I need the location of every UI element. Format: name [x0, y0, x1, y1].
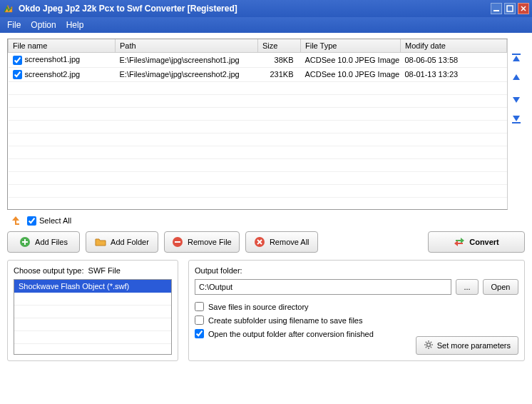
open-after-label: Open the output folder after conversion …	[208, 330, 374, 338]
folder-icon	[95, 236, 106, 248]
file-date: 08-01-13 13:23	[401, 67, 507, 82]
move-down-icon[interactable]	[511, 93, 522, 104]
save-in-source-label: Save files in source directory	[208, 303, 309, 311]
col-header-path[interactable]: Path	[116, 39, 258, 53]
save-in-source-checkbox[interactable]	[195, 302, 204, 311]
svg-point-7	[426, 343, 430, 347]
gear-icon	[424, 340, 434, 351]
reorder-arrows	[508, 39, 525, 210]
file-date: 08-06-05 13:58	[401, 53, 507, 68]
convert-icon	[454, 236, 465, 248]
window-title: Okdo Jpeg Jp2 J2k Pcx to Swf Converter […	[19, 4, 237, 14]
file-path: E:\Files\image\jpg\screenshot1.jpg	[116, 53, 258, 68]
output-type-panel: Choose output type: SWF File Shockwave F…	[7, 260, 178, 361]
file-name: screenshot1.jpg	[25, 55, 81, 64]
output-folder-panel: Output folder: ... Open Save files in so…	[188, 260, 525, 361]
move-bottom-icon[interactable]	[511, 113, 522, 124]
col-header-type[interactable]: File Type	[301, 39, 401, 53]
svg-line-12	[425, 342, 426, 343]
file-row[interactable]: screenshot2.jpg E:\Files\image\jpg\scree…	[9, 67, 507, 82]
output-folder-label: Output folder:	[195, 266, 518, 275]
move-top-icon[interactable]	[511, 53, 522, 64]
menubar: File Option Help	[0, 17, 532, 33]
menu-option[interactable]: Option	[31, 20, 56, 30]
app-logo-icon	[3, 3, 14, 14]
create-subfolder-label: Create subfolder using filename to save …	[208, 316, 362, 325]
browse-button[interactable]: ...	[456, 279, 479, 295]
file-type: ACDSee 10.0 JPEG Image	[301, 67, 401, 82]
output-type-label: Choose output type: SWF File	[14, 266, 172, 275]
col-header-date[interactable]: Modify date	[401, 39, 507, 53]
select-all-label[interactable]: Select All	[27, 216, 71, 226]
add-files-button[interactable]: Add Files	[7, 231, 80, 253]
remove-all-icon	[254, 236, 265, 248]
svg-line-14	[430, 342, 431, 343]
more-parameters-button[interactable]: Set more parameters	[416, 336, 518, 355]
svg-rect-3	[512, 122, 521, 123]
close-button[interactable]	[518, 3, 529, 14]
output-folder-input[interactable]	[195, 279, 451, 295]
file-size: 38KB	[258, 53, 301, 68]
file-size: 231KB	[258, 67, 301, 82]
plus-icon	[19, 236, 31, 248]
open-after-checkbox[interactable]	[195, 329, 204, 338]
output-type-option-selected[interactable]: Shockwave Flash Object (*.swf)	[14, 280, 171, 293]
svg-line-13	[430, 347, 431, 348]
file-checkbox[interactable]	[13, 56, 22, 65]
convert-button[interactable]: Convert	[428, 231, 525, 253]
minus-icon	[172, 236, 183, 248]
menu-help[interactable]: Help	[66, 20, 84, 30]
svg-rect-0	[493, 10, 499, 11]
up-arrow-icon	[10, 216, 21, 226]
file-type: ACDSee 10.0 JPEG Image	[301, 53, 401, 68]
add-folder-button[interactable]: Add Folder	[86, 231, 158, 253]
minimize-button[interactable]	[491, 3, 502, 14]
create-subfolder-checkbox[interactable]	[195, 315, 204, 325]
titlebar: Okdo Jpeg Jp2 J2k Pcx to Swf Converter […	[0, 0, 532, 17]
file-path: E:\Files\image\jpg\screenshot2.jpg	[116, 67, 258, 82]
remove-file-button[interactable]: Remove File	[164, 231, 240, 253]
file-checkbox[interactable]	[13, 70, 22, 79]
output-type-list[interactable]: Shockwave Flash Object (*.swf)	[14, 279, 172, 355]
file-row[interactable]: screenshot1.jpg E:\Files\image\jpg\scree…	[9, 53, 507, 68]
svg-rect-1	[507, 6, 513, 11]
svg-line-15	[425, 347, 426, 348]
svg-rect-2	[512, 54, 521, 55]
select-all-checkbox[interactable]	[27, 216, 36, 226]
col-header-size[interactable]: Size	[258, 39, 301, 53]
remove-all-button[interactable]: Remove All	[245, 231, 318, 253]
maximize-button[interactable]	[504, 3, 516, 14]
file-name: screenshot2.jpg	[25, 70, 81, 79]
move-up-icon[interactable]	[511, 73, 522, 84]
col-header-name[interactable]: File name	[9, 39, 116, 53]
file-list[interactable]: File name Path Size File Type Modify dat…	[7, 39, 508, 210]
menu-file[interactable]: File	[7, 20, 21, 30]
open-folder-button[interactable]: Open	[483, 279, 518, 295]
